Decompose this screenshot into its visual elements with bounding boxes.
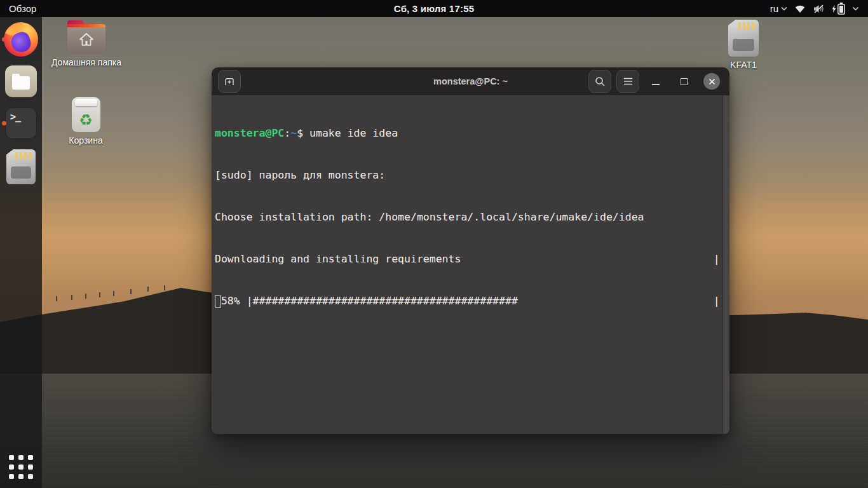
prompt-separator: : [284, 127, 290, 139]
hamburger-menu-icon [623, 78, 633, 85]
desktop-icon-label: Корзина [69, 135, 102, 146]
desktop-icon-label: Домашняя папка [51, 57, 121, 67]
activities-button[interactable]: Обзор [9, 3, 36, 14]
terminal-content[interactable]: monstera@PC:~$ umake ide idea [sudo] пар… [212, 95, 729, 434]
desktop-icon-usb-volume[interactable]: KFAT1 [713, 20, 774, 70]
prompt-user: monstera@PC [215, 127, 284, 139]
keyboard-layout-label: ru [770, 3, 778, 14]
home-folder-icon [67, 24, 105, 54]
usb-drive-icon [6, 149, 36, 184]
terminal-line-prompt: monstera@PC:~$ umake ide idea [215, 126, 722, 140]
top-bar: Обзор Сб, 3 июля 17:55 ru [0, 0, 868, 17]
prompt-path: ~ [290, 127, 297, 139]
terminal-window: monstera@PC: ~ monstera@PC:~$ umake ide … [212, 67, 729, 434]
recycle-glyph: ♻ [79, 112, 93, 128]
desktop-icon-trash[interactable]: ♻ Корзина [55, 97, 116, 146]
wifi-icon[interactable] [794, 4, 806, 13]
dock-item-terminal[interactable]: >_ [0, 107, 42, 139]
sd-card-icon [728, 20, 759, 57]
trash-icon: ♻ [72, 97, 100, 132]
progress-bar-text: 58% |###################################… [221, 295, 720, 307]
maximize-button[interactable] [672, 70, 695, 93]
dock: >_ [0, 17, 42, 488]
terminal-scrollbar[interactable] [722, 95, 729, 434]
show-applications-button[interactable] [9, 455, 33, 479]
window-titlebar[interactable]: monstera@PC: ~ [212, 67, 729, 95]
keyboard-layout-indicator[interactable]: ru [770, 3, 787, 14]
dock-item-firefox[interactable] [0, 22, 42, 57]
terminal-cursor [215, 295, 221, 308]
chevron-down-icon [781, 6, 787, 11]
search-button[interactable] [588, 70, 611, 93]
battery-indicator[interactable] [832, 3, 845, 15]
new-tab-button[interactable] [218, 70, 241, 93]
terminal-icon: >_ [5, 107, 37, 139]
terminal-line-progress: 58% |###################################… [215, 294, 722, 308]
close-button[interactable] [700, 70, 723, 93]
new-tab-icon [224, 76, 235, 87]
house-glyph [78, 32, 95, 47]
dock-item-usb-drive[interactable] [0, 149, 42, 184]
firefox-icon [4, 22, 38, 57]
clock[interactable]: Сб, 3 июля 17:55 [394, 3, 474, 14]
terminal-line-sudo: [sudo] пароль для monstera: [215, 168, 722, 182]
maximize-icon [681, 78, 688, 85]
terminal-text: monstera@PC:~$ umake ide idea [sudo] пар… [215, 98, 722, 336]
desktop-icon-home-folder[interactable]: Домашняя папка [56, 20, 117, 67]
prompt-command: $ umake ide idea [297, 127, 398, 139]
files-icon [5, 65, 37, 97]
minimize-icon [652, 84, 660, 85]
terminal-line-status: Downloading and installing requirements … [215, 252, 722, 266]
close-icon [703, 73, 720, 90]
battery-icon [837, 3, 845, 15]
charging-bolt-icon [832, 5, 836, 13]
terminal-line-path: Choose installation path: /home/monstera… [215, 210, 722, 224]
volume-muted-icon[interactable] [813, 4, 825, 13]
search-icon [595, 76, 606, 87]
menu-button[interactable] [616, 70, 639, 93]
minimize-button[interactable] [644, 70, 667, 93]
running-indicator [2, 121, 6, 126]
desktop-icon-label: KFAT1 [730, 60, 757, 70]
system-menu-chevron-icon[interactable] [852, 6, 859, 11]
dock-item-files[interactable] [0, 65, 42, 97]
